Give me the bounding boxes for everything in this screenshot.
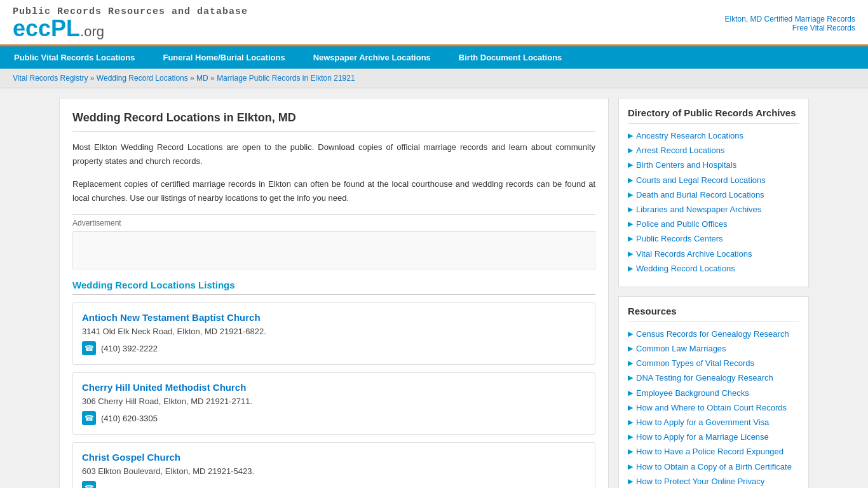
sidebar-arrow-icon: ▶: [628, 359, 633, 367]
sidebar-link-item: ▶DNA Testing for Genealogy Research: [628, 372, 799, 384]
sidebar-link-item: ▶Arrest Record Locations: [628, 145, 799, 156]
nav-item-funeral[interactable]: Funeral Home/Burial Locations: [149, 46, 299, 69]
header-links: Elkton, MD Certified Marriage Records Fr…: [725, 15, 855, 32]
listing-name[interactable]: Christ Gospel Church: [82, 452, 586, 463]
sidebar: Directory of Public Records Archives ▶An…: [618, 98, 809, 488]
breadcrumb-sep-3: »: [210, 74, 217, 83]
listing-name[interactable]: Antioch New Testament Baptist Church: [82, 312, 586, 323]
sidebar-link[interactable]: How to Apply for a Government Visa: [636, 417, 769, 428]
sidebar-link[interactable]: Ancestry Research Locations: [636, 130, 743, 142]
header-link-2[interactable]: Free Vital Records: [725, 24, 855, 32]
breadcrumb-current[interactable]: Marriage Public Records in Elkton 21921: [217, 74, 355, 83]
listing-phone: ☎ (410) 392-2222: [82, 341, 586, 355]
sidebar-arrow-icon: ▶: [628, 389, 633, 397]
sidebar-arrow-icon: ▶: [628, 205, 633, 214]
sidebar-link[interactable]: How to Have a Police Record Expunged: [636, 446, 783, 458]
phone-icon: ☎: [82, 481, 96, 488]
logo-area: Public Records Resources and database ec…: [13, 6, 248, 40]
breadcrumb-md[interactable]: MD: [196, 74, 208, 83]
sidebar-arrow-icon: ▶: [628, 191, 633, 199]
sidebar-link-item: ▶How to Apply for a Marriage License: [628, 431, 799, 443]
sidebar-link-item: ▶Police and Public Offices: [628, 219, 799, 230]
main-navigation: Public Vital Records Locations Funeral H…: [0, 44, 868, 69]
listing-address: 3141 Old Elk Neck Road, Elkton, MD 21921…: [82, 327, 586, 336]
header-link-1[interactable]: Elkton, MD Certified Marriage Records: [725, 15, 855, 24]
sidebar-link-item: ▶Common Types of Vital Records: [628, 358, 799, 369]
sidebar-link[interactable]: Employee Background Checks: [636, 388, 749, 399]
sidebar-arrow-icon: ▶: [628, 250, 633, 258]
phone-icon: ☎: [82, 411, 96, 425]
listing-phone: ☎: [82, 481, 586, 488]
nav-item-birth[interactable]: Birth Document Locations: [445, 46, 576, 69]
sidebar-link-item: ▶How to Apply for a Government Visa: [628, 417, 799, 428]
phone-icon: ☎: [82, 341, 96, 355]
breadcrumb-wedding-record[interactable]: Wedding Record Locations: [97, 74, 188, 83]
sidebar-link-item: ▶Wedding Record Locations: [628, 263, 799, 274]
nav-item-newspaper[interactable]: Newspaper Archive Locations: [299, 46, 445, 69]
listing-card: Antioch New Testament Baptist Church 314…: [72, 302, 595, 365]
sidebar-link[interactable]: How and Where to Obtain Court Records: [636, 402, 787, 414]
listing-name[interactable]: Cherry Hill United Methodist Church: [82, 382, 586, 393]
sidebar-link[interactable]: DNA Testing for Genealogy Research: [636, 372, 773, 384]
logo-main: eccPL: [13, 15, 80, 41]
sidebar-arrow-icon: ▶: [628, 463, 633, 471]
page-layout: Wedding Record Locations in Elkton, MD M…: [53, 88, 815, 488]
sidebar-link-item: ▶Public Records Centers: [628, 233, 799, 245]
sidebar-link[interactable]: Common Law Marriages: [636, 343, 726, 355]
sidebar-link[interactable]: How to Protect Your Online Privacy: [636, 476, 764, 487]
intro-paragraph-1: Most Elkton Wedding Record Locations are…: [72, 140, 595, 168]
page-title: Wedding Record Locations in Elkton, MD: [72, 111, 595, 132]
sidebar-link[interactable]: Common Types of Vital Records: [636, 358, 754, 369]
sidebar-link[interactable]: Public Records Centers: [636, 233, 723, 245]
sidebar-link-item: ▶Libraries and Newspaper Archives: [628, 204, 799, 215]
sidebar-link-item: ▶Ancestry Research Locations: [628, 130, 799, 142]
sidebar-arrow-icon: ▶: [628, 477, 633, 485]
nav-item-vital-records[interactable]: Public Vital Records Locations: [0, 46, 149, 69]
sidebar-arrow-icon: ▶: [628, 132, 633, 140]
sidebar-arrow-icon: ▶: [628, 403, 633, 412]
listing-phone: ☎ (410) 620-3305: [82, 411, 586, 425]
sidebar-directory-links: ▶Ancestry Research Locations▶Arrest Reco…: [628, 130, 799, 274]
breadcrumb-sep-1: »: [90, 74, 97, 83]
logo-suffix: .org: [80, 24, 104, 39]
listing-card: Cherry Hill United Methodist Church 306 …: [72, 372, 595, 435]
sidebar-link-item: ▶Common Law Marriages: [628, 343, 799, 355]
sidebar-link[interactable]: Wedding Record Locations: [636, 263, 735, 274]
sidebar-link[interactable]: Police and Public Offices: [636, 219, 728, 230]
sidebar-arrow-icon: ▶: [628, 220, 633, 228]
sidebar-arrow-icon: ▶: [628, 447, 633, 456]
sidebar-link-item: ▶How to Obtain a Copy of a Birth Certifi…: [628, 461, 799, 473]
sidebar-link[interactable]: Death and Burial Record Locations: [636, 189, 764, 201]
sidebar-link[interactable]: Libraries and Newspaper Archives: [636, 204, 761, 215]
sidebar-link-item: ▶Vital Records Archive Locations: [628, 248, 799, 260]
phone-number: (410) 620-3305: [101, 414, 158, 423]
sidebar-link[interactable]: Birth Centers and Hospitals: [636, 159, 736, 171]
sidebar-resources-links: ▶Census Records for Genealogy Research▶C…: [628, 329, 799, 487]
sidebar-link[interactable]: Courts and Legal Record Locations: [636, 175, 766, 186]
sidebar-link[interactable]: Arrest Record Locations: [636, 145, 724, 156]
advertisement-label: Advertisement: [72, 214, 595, 227]
logo: eccPL.org: [13, 17, 248, 40]
sidebar-directory-title: Directory of Public Records Archives: [628, 107, 799, 124]
main-content: Wedding Record Locations in Elkton, MD M…: [59, 98, 609, 488]
sidebar-link[interactable]: Census Records for Genealogy Research: [636, 329, 789, 340]
sidebar-link[interactable]: How to Obtain a Copy of a Birth Certific…: [636, 461, 792, 473]
breadcrumb-vital-registry[interactable]: Vital Records Registry: [13, 74, 88, 83]
sidebar-arrow-icon: ▶: [628, 176, 633, 184]
breadcrumb: Vital Records Registry » Wedding Record …: [0, 69, 868, 88]
sidebar-arrow-icon: ▶: [628, 264, 633, 273]
sidebar-arrow-icon: ▶: [628, 234, 633, 243]
sidebar-link-item: ▶Courts and Legal Record Locations: [628, 175, 799, 186]
sidebar-link-item: ▶Employee Background Checks: [628, 388, 799, 399]
listing-address: 603 Elkton Boulevard, Elkton, MD 21921-5…: [82, 466, 586, 476]
sidebar-link[interactable]: How to Apply for a Marriage License: [636, 431, 769, 443]
sidebar-link-item: ▶How to Have a Police Record Expunged: [628, 446, 799, 458]
sidebar-link-item: ▶Census Records for Genealogy Research: [628, 329, 799, 340]
sidebar-arrow-icon: ▶: [628, 418, 633, 426]
intro-paragraph-2: Replacement copies of certified marriage…: [72, 177, 595, 205]
sidebar-arrow-icon: ▶: [628, 146, 633, 154]
sidebar-arrow-icon: ▶: [628, 374, 633, 382]
sidebar-link[interactable]: Vital Records Archive Locations: [636, 248, 752, 260]
sidebar-link-item: ▶How and Where to Obtain Court Records: [628, 402, 799, 414]
sidebar-link-item: ▶Death and Burial Record Locations: [628, 189, 799, 201]
